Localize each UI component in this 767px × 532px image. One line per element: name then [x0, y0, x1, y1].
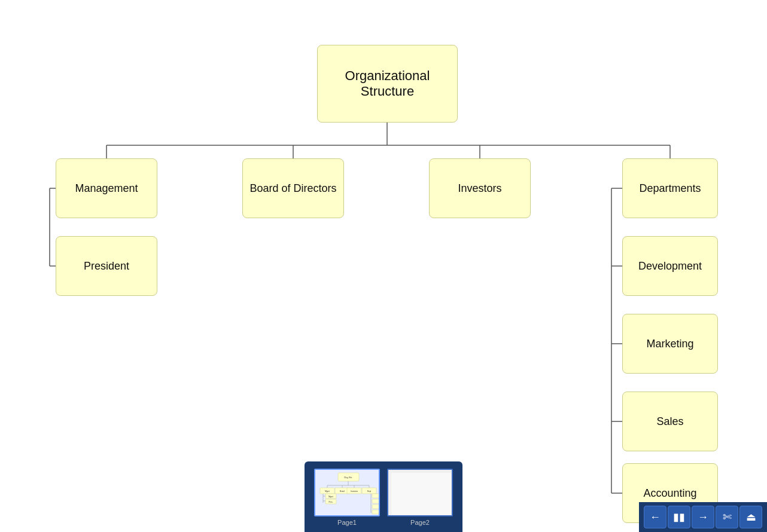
node-root[interactable]: Organizational Structure	[317, 45, 458, 123]
page-thumb-2[interactable]: Page2	[387, 469, 453, 526]
pause-button[interactable]: ▮▮	[668, 506, 690, 528]
next-button[interactable]: →	[692, 506, 714, 528]
node-president[interactable]: President	[56, 236, 157, 296]
svg-rect-40	[372, 499, 380, 503]
page1-label: Page1	[337, 519, 357, 526]
bottom-toolbar: ← ▮▮ → ✄ ⏏	[639, 502, 767, 532]
svg-text:Pres.: Pres.	[328, 501, 333, 503]
node-board[interactable]: Board of Directors	[242, 158, 344, 218]
prev-button[interactable]: ←	[644, 506, 666, 528]
svg-rect-42	[372, 510, 380, 514]
svg-text:Investors: Investors	[351, 490, 358, 493]
svg-text:Org Str.: Org Str.	[344, 476, 352, 479]
svg-rect-41	[372, 505, 380, 509]
node-development[interactable]: Development	[622, 236, 718, 296]
node-marketing[interactable]: Marketing	[622, 314, 718, 374]
diagram-area: Organizational Structure Management Pres…	[0, 0, 767, 532]
node-departments[interactable]: Departments	[622, 158, 718, 218]
exit-button[interactable]: ⏏	[739, 506, 762, 528]
tools-button[interactable]: ✄	[716, 506, 738, 528]
page-thumb-img-2	[387, 469, 453, 516]
svg-rect-43	[391, 473, 451, 515]
node-management[interactable]: Management	[56, 158, 157, 218]
node-investors[interactable]: Investors	[429, 158, 531, 218]
svg-text:Mgmt: Mgmt	[325, 490, 330, 493]
svg-text:Mgmt: Mgmt	[328, 496, 333, 498]
svg-rect-39	[372, 494, 380, 498]
page2-label: Page2	[410, 519, 430, 526]
svg-text:Dept: Dept	[367, 490, 372, 493]
page-thumb-1[interactable]: Org Str. Mgmt Board Investors Dept	[314, 469, 380, 526]
svg-text:Board: Board	[340, 490, 345, 493]
page-thumb-img-1: Org Str. Mgmt Board Investors Dept	[314, 469, 380, 516]
node-sales[interactable]: Sales	[622, 392, 718, 451]
page-navigator: Org Str. Mgmt Board Investors Dept	[305, 461, 462, 532]
